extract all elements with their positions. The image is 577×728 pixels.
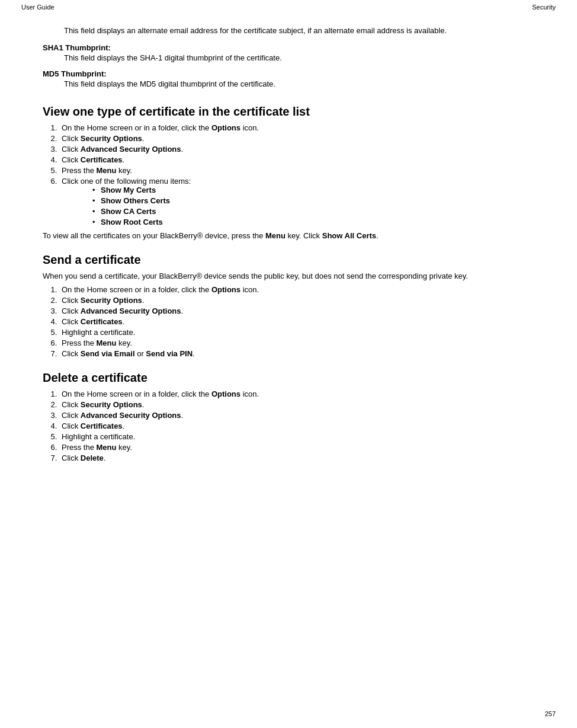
view-one-type-heading: View one type of certificate in the cert… — [43, 105, 534, 119]
bold-security-options: Security Options — [81, 134, 142, 143]
step-item: Press the Menu key. — [59, 339, 534, 347]
bold-advanced-security-options: Advanced Security Options — [81, 145, 181, 154]
bold-advanced-security-options-d: Advanced Security Options — [81, 411, 181, 420]
header-left: User Guide — [21, 4, 55, 11]
bold-send-via-pin: Send via PIN — [146, 349, 193, 358]
bold-certificates: Certificates — [81, 155, 123, 164]
bold-certificates-d: Certificates — [81, 422, 123, 430]
bold-menu-s: Menu — [97, 339, 117, 347]
intro-text: This field displays an alternate email a… — [43, 26, 534, 35]
step-item: Click Delete. — [59, 454, 534, 462]
step-item: Click Security Options. — [59, 134, 534, 143]
cert-type-bullets: Show My Certs Show Others Certs Show CA … — [92, 186, 534, 226]
md5-thumbprint-label: MD5 Thumbprint: — [43, 69, 534, 78]
md5-thumbprint-desc: This field displays the MD5 digital thum… — [43, 79, 534, 88]
bold-show-all-certs: Show All Certs — [322, 231, 376, 240]
send-certificate-section: Send a certificate When you send a certi… — [43, 253, 534, 358]
step-item: Highlight a certificate. — [59, 432, 534, 441]
step-item: Click Security Options. — [59, 400, 534, 409]
bold-delete: Delete — [81, 454, 104, 462]
sha1-thumbprint-label: SHA1 Thumbprint: — [43, 43, 534, 52]
bold-options-s: Options — [211, 285, 241, 294]
bold-options-d: Options — [211, 389, 241, 398]
page-content: This field displays an alternate email a… — [0, 14, 577, 505]
delete-certificate-heading: Delete a certificate — [43, 371, 534, 385]
step-item: Click Advanced Security Options. — [59, 145, 534, 154]
step-item: Click Certificates. — [59, 155, 534, 164]
step-item: Click one of the following menu items: S… — [59, 177, 534, 226]
bold-security-options-d: Security Options — [81, 400, 142, 409]
md5-thumbprint-section: MD5 Thumbprint: This field displays the … — [43, 69, 534, 88]
step-item: Click Advanced Security Options. — [59, 306, 534, 315]
bold-options: Options — [211, 123, 241, 132]
header-right: Security — [532, 4, 556, 11]
bold-menu: Menu — [97, 166, 117, 175]
view-one-type-section: View one type of certificate in the cert… — [43, 105, 534, 240]
step-item: Press the Menu key. — [59, 443, 534, 452]
step-item: On the Home screen or in a folder, click… — [59, 389, 534, 398]
step-item: On the Home screen or in a folder, click… — [59, 285, 534, 294]
bullet-item: Show Others Certs — [92, 196, 534, 205]
step-item: Highlight a certificate. — [59, 328, 534, 337]
page-number: 257 — [545, 710, 556, 717]
bold-menu-d: Menu — [97, 443, 117, 452]
delete-certificate-section: Delete a certificate On the Home screen … — [43, 371, 534, 462]
step-item: Click Certificates. — [59, 422, 534, 430]
step-item: On the Home screen or in a folder, click… — [59, 123, 534, 132]
page-header: User Guide Security — [0, 0, 577, 14]
delete-certificate-steps: On the Home screen or in a folder, click… — [59, 389, 534, 462]
bold-certificates-s: Certificates — [81, 317, 123, 326]
step-item: Click Advanced Security Options. — [59, 411, 534, 420]
step-item: Press the Menu key. — [59, 166, 534, 175]
step-item: Click Certificates. — [59, 317, 534, 326]
view-one-type-steps: On the Home screen or in a folder, click… — [59, 123, 534, 226]
send-certificate-heading: Send a certificate — [43, 253, 534, 267]
send-certificate-steps: On the Home screen or in a folder, click… — [59, 285, 534, 358]
step-item: Click Send via Email or Send via PIN. — [59, 349, 534, 358]
send-certificate-intro: When you send a certificate, your BlackB… — [43, 272, 534, 280]
bullet-item: Show My Certs — [92, 186, 534, 194]
bold-security-options-s: Security Options — [81, 296, 142, 305]
sha1-thumbprint-desc: This field displays the SHA-1 digital th… — [43, 53, 534, 62]
bold-advanced-security-options-s: Advanced Security Options — [81, 306, 181, 315]
view-certs-note: To view all the certificates on your Bla… — [43, 231, 534, 240]
bold-send-via-email: Send via Email — [81, 349, 135, 358]
page-footer: 257 — [545, 710, 556, 717]
bullet-item: Show Root Certs — [92, 218, 534, 226]
bold-menu-2: Menu — [265, 231, 286, 240]
bullet-item: Show CA Certs — [92, 207, 534, 216]
step-item: Click Security Options. — [59, 296, 534, 305]
sha1-thumbprint-section: SHA1 Thumbprint: This field displays the… — [43, 43, 534, 62]
